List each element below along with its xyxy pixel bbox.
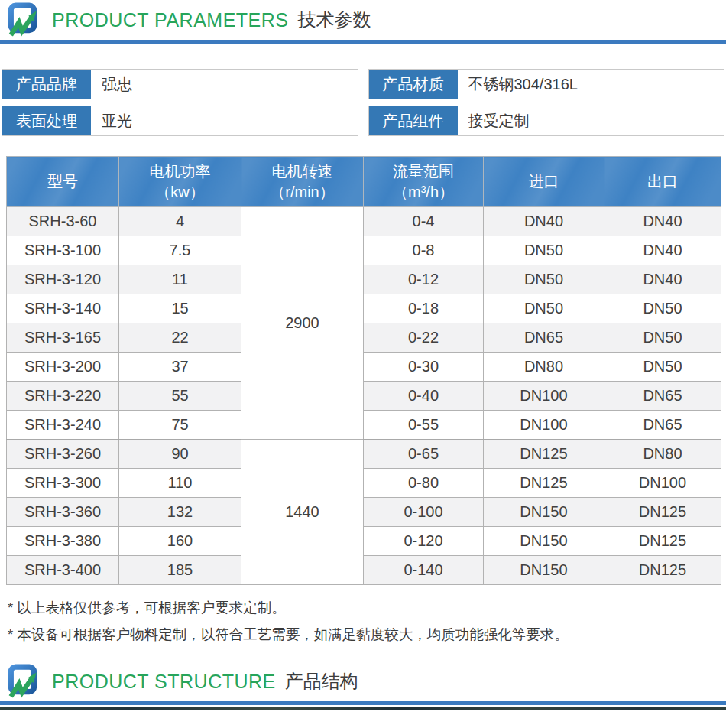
table-row: SRH-3-140 15 0-18 DN50 DN50 [7, 294, 721, 323]
section-title-en: PRODUCT STRUCTURE [52, 671, 276, 693]
inlet-cell: DN65 [484, 323, 604, 353]
speed-cell-1440: 1440 [241, 440, 364, 585]
info-value: 亚光 [91, 106, 358, 135]
flow-cell: 0-18 [364, 294, 484, 323]
info-value: 接受定制 [458, 106, 724, 135]
col-header-model: 型号 [7, 157, 119, 207]
flow-cell: 0-120 [364, 527, 484, 556]
info-box-material: 产品材质 不锈钢304/316L [368, 69, 725, 99]
flow-cell: 0-30 [364, 353, 484, 382]
col-header-speed: 电机转速（r/min） [241, 157, 364, 207]
info-box-surface: 表面处理 亚光 [2, 106, 358, 136]
inlet-cell: DN50 [484, 294, 604, 323]
power-cell: 15 [119, 294, 241, 323]
flow-cell: 0-65 [364, 440, 484, 469]
table-row: SRH-3-60 4 2900 0-4 DN40 DN40 [7, 207, 721, 236]
product-info-grid: 产品品牌 强忠 产品材质 不锈钢304/316L 表面处理 亚光 产品组件 接受… [2, 69, 724, 136]
info-box-brand: 产品品牌 强忠 [2, 69, 358, 99]
power-cell: 11 [119, 265, 241, 294]
power-cell: 185 [119, 556, 241, 585]
footnotes: * 以上表格仅供参考，可根据客户要求定制。 * 本设备可根据客户物料定制，以符合… [8, 594, 726, 648]
model-cell: SRH-3-165 [7, 323, 119, 353]
inlet-cell: DN150 [484, 527, 604, 556]
inlet-cell: DN125 [484, 440, 604, 469]
flow-cell: 0-100 [364, 498, 484, 527]
model-cell: SRH-3-120 [7, 265, 119, 294]
model-cell: SRH-3-380 [7, 527, 119, 556]
model-cell: SRH-3-220 [7, 382, 119, 411]
flow-cell: 0-8 [364, 236, 484, 265]
power-cell: 110 [119, 469, 241, 498]
spec-table: 型号 电机功率（kw） 电机转速（r/min） 流量范围（m³/h） 进口 出口… [6, 156, 721, 585]
table-header-row: 型号 电机功率（kw） 电机转速（r/min） 流量范围（m³/h） 进口 出口 [7, 157, 721, 207]
section-title-en: PRODUCT PARAMETERS [52, 9, 289, 31]
table-row: SRH-3-120 11 0-12 DN50 DN40 [7, 265, 721, 294]
inlet-cell: DN40 [484, 207, 604, 236]
info-label: 产品品牌 [2, 70, 91, 99]
info-label: 表面处理 [2, 106, 91, 135]
blue-divider-bottom [0, 701, 726, 705]
outlet-cell: DN40 [604, 207, 721, 236]
table-row: SRH-3-400 185 0-140 DN150 DN125 [7, 556, 721, 585]
power-cell: 75 [119, 411, 241, 440]
col-header-power: 电机功率（kw） [119, 157, 241, 207]
table-row: SRH-3-260 90 1440 0-65 DN125 DN80 [7, 440, 721, 469]
table-row: SRH-3-300 110 0-80 DN125 DN100 [7, 469, 721, 498]
blue-divider-top [0, 40, 726, 44]
table-row: SRH-3-100 7.5 0-8 DN50 DN40 [7, 236, 721, 265]
footnote: * 本设备可根据客户物料定制，以符合工艺需要，如满足黏度较大，均质功能强化等要求… [8, 621, 726, 648]
flow-cell: 0-40 [364, 382, 484, 411]
outlet-cell: DN65 [604, 411, 721, 440]
model-cell: SRH-3-60 [7, 207, 119, 236]
power-cell: 4 [119, 207, 241, 236]
outlet-cell: DN125 [604, 498, 721, 527]
flow-cell: 0-55 [364, 411, 484, 440]
col-header-inlet: 进口 [484, 157, 604, 207]
info-box-components: 产品组件 接受定制 [368, 106, 725, 136]
col-header-outlet: 出口 [604, 157, 721, 207]
flow-cell: 0-140 [364, 556, 484, 585]
info-label: 产品组件 [369, 106, 458, 135]
model-cell: SRH-3-300 [7, 469, 119, 498]
table-row: SRH-3-380 160 0-120 DN150 DN125 [7, 527, 721, 556]
footnote: * 以上表格仅供参考，可根据客户要求定制。 [8, 594, 726, 621]
power-cell: 7.5 [119, 236, 241, 265]
power-cell: 55 [119, 382, 241, 411]
table-row: SRH-3-165 22 0-22 DN65 DN50 [7, 323, 721, 353]
model-cell: SRH-3-240 [7, 411, 119, 440]
outlet-cell: DN40 [604, 236, 721, 265]
model-cell: SRH-3-140 [7, 294, 119, 323]
inlet-cell: DN50 [484, 236, 604, 265]
model-cell: SRH-3-360 [7, 498, 119, 527]
outlet-cell: DN50 [604, 353, 721, 382]
inlet-cell: DN50 [484, 265, 604, 294]
outlet-cell: DN80 [604, 440, 721, 469]
section-header-parameters: PRODUCT PARAMETERS 技术参数 [0, 0, 726, 34]
section-title-zh: 产品结构 [285, 669, 358, 694]
power-cell: 37 [119, 353, 241, 382]
outlet-cell: DN65 [604, 382, 721, 411]
inlet-cell: DN100 [484, 382, 604, 411]
brand-logo-icon [6, 2, 41, 37]
outlet-cell: DN125 [604, 527, 721, 556]
model-cell: SRH-3-400 [7, 556, 119, 585]
table-row: SRH-3-240 75 0-55 DN100 DN65 [7, 411, 721, 440]
power-cell: 132 [119, 498, 241, 527]
power-cell: 22 [119, 323, 241, 353]
section-header-structure: PRODUCT STRUCTURE 产品结构 [0, 661, 726, 695]
table-row: SRH-3-360 132 0-100 DN150 DN125 [7, 498, 721, 527]
inlet-cell: DN80 [484, 353, 604, 382]
inlet-cell: DN150 [484, 498, 604, 527]
model-cell: SRH-3-200 [7, 353, 119, 382]
info-label: 产品材质 [369, 70, 458, 99]
outlet-cell: DN100 [604, 469, 721, 498]
model-cell: SRH-3-260 [7, 440, 119, 469]
section-title-zh: 技术参数 [298, 8, 371, 32]
cutoff-image-edge [0, 707, 726, 710]
inlet-cell: DN100 [484, 411, 604, 440]
inlet-cell: DN150 [484, 556, 604, 585]
flow-cell: 0-4 [364, 207, 484, 236]
outlet-cell: DN40 [604, 265, 721, 294]
flow-cell: 0-22 [364, 323, 484, 353]
col-header-flow: 流量范围（m³/h） [364, 157, 484, 207]
